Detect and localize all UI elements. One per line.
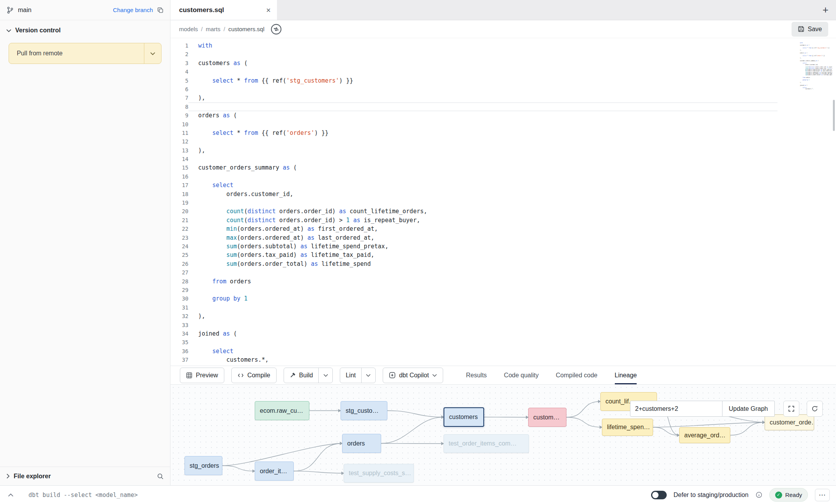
code-line[interactable]: 27 [170,268,777,277]
code-line[interactable]: 15customer_orders_summary as ( [170,163,777,172]
lineage-node-lifetime_spend[interactable]: lifetime_spen… [602,419,653,436]
code-line[interactable]: 11 select * from {{ ref('orders') }} [170,129,777,137]
lineage-node-customer_orders[interactable]: customer_orde… [765,414,814,430]
code-line[interactable]: 31 [170,303,777,312]
code-line[interactable]: 10 [170,120,777,129]
info-icon[interactable] [756,492,762,498]
editor-scrollbar[interactable] [833,100,835,131]
code-line[interactable]: 6 [170,85,777,94]
tab-results[interactable]: Results [466,366,486,384]
version-control-header[interactable]: Version control [0,20,170,41]
command-placeholder[interactable]: dbt build --select <model_name> [28,492,138,499]
code-line[interactable]: 25 sum(orders.tax_paid) as lifetime_tax_… [170,251,777,259]
code-line[interactable]: 4 [170,67,777,76]
tab-customers-sql[interactable]: customers.sql × [170,0,277,20]
lint-dropdown-toggle[interactable] [361,368,375,383]
code-line[interactable]: 16 [170,172,777,181]
code-line[interactable]: 3customers as ( [170,59,777,67]
lineage-node-test_order_items[interactable]: test_order_items_com… [444,434,529,453]
code-line[interactable]: 9orders as ( [170,111,777,120]
lineage-node-stg_customers[interactable]: stg_custo… [341,401,387,420]
refresh-graph-button[interactable] [807,401,823,417]
code-line[interactable]: 5 select * from {{ ref('stg_customers') … [170,76,777,85]
code-line[interactable]: 32), [170,312,777,320]
change-branch-link[interactable]: Change branch [113,7,153,13]
code-line[interactable]: 37 customers.*, [170,355,777,364]
line-number: 19 [170,198,188,207]
lineage-selector-input[interactable] [630,401,722,417]
dbt-copilot-button[interactable]: dbt Copilot [383,368,444,383]
line-number: 15 [170,163,188,172]
line-number: 6 [170,85,188,94]
code-line[interactable]: 29 [170,286,777,294]
lineage-panel[interactable]: ecom.raw_cu…stg_custo…customerscustom…co… [170,385,836,485]
copy-icon[interactable] [157,7,164,14]
code-line[interactable]: 8 [170,103,777,111]
status-badge[interactable]: ✓ Ready [769,488,808,502]
lineage-node-orders[interactable]: orders [342,434,381,453]
code-line[interactable]: 34joined as ( [170,329,777,338]
expand-command-bar-button[interactable] [6,492,15,499]
ready-check-icon: ✓ [775,492,782,499]
code-line[interactable]: 21 count(distinct orders.order_id) > 1 a… [170,216,777,225]
code-line[interactable]: 1with [170,41,777,50]
file-explorer-header[interactable]: File explorer [0,467,170,485]
lineage-node-average_order[interactable]: average_ord… [679,427,730,443]
code-line[interactable]: 7), [170,94,777,102]
breadcrumb-models[interactable]: models [179,26,198,32]
code-line[interactable]: 17 select [170,181,777,189]
code-line[interactable]: 18 orders.customer_id, [170,190,777,198]
search-icon[interactable] [157,473,164,480]
code-line[interactable]: 36 select [170,347,777,355]
build-button[interactable]: Build [284,368,319,383]
new-tab-button[interactable]: + [815,0,836,20]
line-number: 22 [170,225,188,233]
line-number: 9 [170,111,188,120]
code-line[interactable]: 22 min(orders.ordered_at) as first_order… [170,225,777,233]
close-tab-icon[interactable]: × [266,6,271,14]
code-line[interactable]: 2 [170,50,777,58]
code-line[interactable]: 23 max(orders.ordered_at) as last_ordere… [170,233,777,242]
lineage-node-ecom_raw[interactable]: ecom.raw_cu… [255,401,309,420]
update-graph-button[interactable]: Update Graph [722,401,775,417]
code-line[interactable]: 28 from orders [170,277,777,286]
code-line[interactable]: 19 [170,198,777,207]
code-line[interactable]: 14 [170,155,777,163]
code-editor[interactable]: 1with23customers as (45 select * from {{… [170,38,836,366]
breadcrumb-marts[interactable]: marts [206,26,221,32]
action-toolbar: Preview Compile Build [170,366,836,385]
line-number: 21 [170,216,188,225]
tab-compiled-code[interactable]: Compiled code [556,366,598,384]
lineage-node-test_supply[interactable]: test_supply_costs_s… [344,464,414,483]
code-line[interactable]: 12 [170,137,777,146]
code-line[interactable]: 26 sum(orders.order_total) as lifetime_s… [170,260,777,268]
pull-from-remote-button[interactable]: Pull from remote [9,43,162,64]
pull-dropdown-toggle[interactable] [144,43,161,64]
lineage-node-stg_orders[interactable]: stg_orders [185,456,222,475]
fullscreen-button[interactable] [783,401,799,417]
code-line[interactable]: 33 [170,321,777,329]
code-line[interactable]: 13), [170,146,777,155]
lineage-node-order_items[interactable]: order_it… [255,462,294,481]
lineage-node-custom[interactable]: custom… [528,408,566,427]
lint-button[interactable]: Lint [340,368,361,383]
tab-code-quality[interactable]: Code quality [504,366,539,384]
code-line[interactable]: 20 count(distinct orders.order_id) as co… [170,207,777,216]
build-dropdown-toggle[interactable] [318,368,332,383]
preview-button[interactable]: Preview [180,368,224,383]
code-line[interactable]: 24 sum(orders.subtotal) as lifetime_spen… [170,242,777,251]
compile-button[interactable]: Compile [231,368,277,383]
code-icon [238,372,244,378]
file-sync-button[interactable] [270,23,282,35]
tab-lineage[interactable]: Lineage [615,366,637,384]
lineage-node-customers[interactable]: customers [444,407,484,427]
save-icon [798,26,804,32]
chevron-down-icon [6,29,11,32]
more-menu-button[interactable]: ⋯ [815,489,830,501]
code-line[interactable]: 30 group by 1 [170,294,777,303]
code-line[interactable]: 35 [170,338,777,347]
save-button[interactable]: Save [792,22,828,37]
app-window: main Change branch Version control Pull … [0,0,836,504]
defer-toggle[interactable] [651,491,667,499]
grid-icon [186,372,192,378]
